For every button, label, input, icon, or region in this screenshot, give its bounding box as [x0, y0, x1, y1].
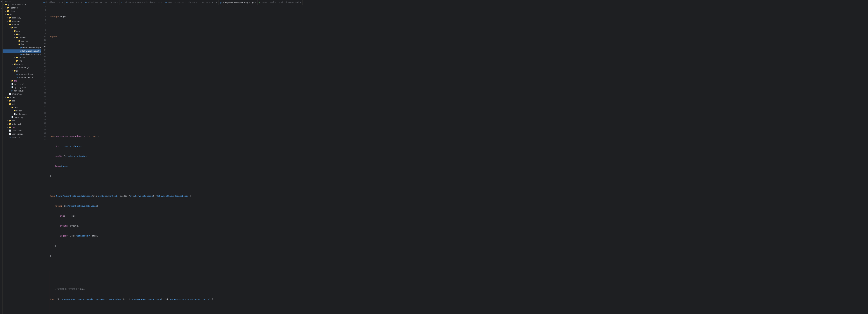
ln-5: 5 [41, 19, 46, 22]
code-line-7 [50, 75, 868, 78]
sidebar-item-order-tmp[interactable]: ▶ 📁 tmp [3, 126, 41, 129]
sidebar-item-tmp[interactable]: ▶ 📁 tmp [3, 79, 41, 83]
sidebar-item-identity[interactable]: ▶ 📁 identity [3, 16, 41, 20]
mqueue-go2-icon: go [11, 89, 13, 92]
tab-mqueue-proto[interactable]: p mqueue.proto ✕ [198, 0, 219, 5]
idea-label: .idea [9, 10, 41, 13]
svc-label: svc [19, 60, 41, 62]
order-order-folder-icon: 📁 [13, 109, 16, 112]
tab-thirdpayment-api-close[interactable]: ✕ [300, 1, 301, 3]
sidebar-item-mqueue-pb-go[interactable]: ▶ go mqueue.pb.go [3, 73, 41, 76]
code-line-18 [50, 184, 868, 188]
sidebar-item-order-internal[interactable]: ▶ 📁 internal [3, 122, 41, 126]
tab-updatetradestate[interactable]: go updateTradeStateLogic.go ✕ [164, 0, 198, 5]
sidebar-item-idea[interactable]: ▶ 📁 .idea [3, 9, 41, 13]
sidebar-item-readme[interactable]: ▶ 📄 README.md [3, 93, 41, 96]
sidebar-item-mqueue-proto[interactable]: ▶ p mqueue.proto [3, 76, 41, 79]
sidebar-item-ordergo[interactable]: ▶ go order.go [3, 136, 41, 139]
sidebar-item-order-airtoml[interactable]: ▶ 📄 .air.toml [3, 129, 41, 133]
idea-arrow: ▶ [5, 10, 7, 13]
sidebar-item-order-etc[interactable]: ▶ 📁 etc [3, 119, 41, 122]
cmd-folder-icon: 📁 [11, 26, 13, 29]
order-tmp-folder-icon: 📁 [9, 126, 11, 129]
sidebar-item-order-api-file[interactable]: ▶ 📄 order.api [3, 113, 41, 116]
tree-root[interactable]: ▼ 📁 go-zero-looklook [3, 3, 41, 6]
sidebar-item-internal[interactable]: ▼ 📁 internal [3, 36, 41, 39]
tmp-label: tmp [14, 80, 41, 83]
sidebar-item-logic[interactable]: ▼ 📁 logic [3, 43, 41, 46]
tab-payment-yaml[interactable]: y payment.yaml ✕ [257, 0, 278, 5]
sidebar-item-app[interactable]: ▼ 📁 app [3, 13, 41, 16]
order-cmd-label: cmd [12, 99, 41, 103]
sidebar-item-mqueue2[interactable]: ▼ 📁 mqueue [3, 63, 41, 66]
etc-label: etc [19, 33, 41, 36]
cmd-arrow: ▼ [9, 26, 11, 29]
pull-requests-icon[interactable]: ⇅ [1, 11, 2, 13]
sidebar-item-sendwx[interactable]: ▶ go sendWxMiniSubMessageLogic.go [3, 53, 41, 56]
sidebar-item-kqpaymen[interactable]: ▶ go kqPaymenStatusUpdateLogic.go [3, 50, 41, 53]
code-line-11 [50, 115, 868, 118]
message-label: message [12, 20, 41, 23]
sidebar-item-order-cmd[interactable]: ▶ 📁 cmd [3, 99, 41, 103]
code-line-19: func NewKqPaymenStatusUpdateLogic(ctx co… [50, 195, 868, 198]
identity-folder-icon: 📁 [9, 17, 11, 19]
code-line-1: package logic [50, 15, 868, 19]
mqueue-label: mqueue [12, 23, 41, 26]
tab-kqpaymen-icon: go [220, 2, 222, 4]
sidebar-item-github[interactable]: ▶ 📁 .github [3, 6, 41, 9]
tab-updatetradestate-close[interactable]: ✕ [196, 1, 197, 3]
mqueue-proto-arrow: ▶ [14, 76, 16, 79]
sidebar-item-cmd[interactable]: ▼ 📁 cmd [3, 26, 41, 30]
order-order-label: order [16, 109, 41, 112]
tab-mqueue-proto-close[interactable]: ✕ [216, 1, 217, 3]
etc-arrow: ▶ [13, 33, 16, 36]
sidebar-item-mqueue-go2[interactable]: ▶ go mqueue.go [3, 89, 41, 93]
sidebar-item-order-api-file2[interactable]: ▶ 📄 order.api [3, 116, 41, 119]
tab-ctxdata[interactable]: go ctxData.go ✕ [65, 0, 84, 5]
sidebar-item-mqueue-go[interactable]: ▶ go mqueue.go [3, 66, 41, 69]
tab-thirdpaymentwx-close[interactable]: ✕ [117, 1, 118, 3]
tab-detaillogic-close[interactable]: ✕ [62, 1, 63, 3]
sidebar-item-order-order[interactable]: ▶ 📁 order [3, 109, 41, 113]
tab-detaillogic[interactable]: go detailLogic.go ✕ [41, 0, 65, 5]
code-content[interactable]: package logic import ... type KqPaymenSt… [48, 5, 868, 314]
order-gitignore-icon: 📄 [9, 133, 11, 136]
sidebar-item-config[interactable]: ▶ 📁 config [3, 39, 41, 43]
sidebar-item-rpc[interactable]: ▼ 📁 rpc [3, 30, 41, 33]
sidebar-item-server[interactable]: ▶ 📁 server [3, 56, 41, 59]
sidebar-item-pb[interactable]: ▼ 📁 pb [3, 69, 41, 73]
sidebar-item-order-gitignore[interactable]: ▶ 📄 .gitignore [3, 133, 41, 136]
sidebar-item-svc[interactable]: ▶ 📁 svc [3, 59, 41, 63]
order-api-label: api [12, 103, 41, 106]
tab-payment-yaml-close[interactable]: ✕ [275, 1, 276, 3]
sidebar-item-message[interactable]: ▶ 📁 message [3, 20, 41, 23]
tab-kqpaymen-close[interactable]: ✕ [255, 2, 256, 4]
airtoml-icon: 📄 [11, 83, 13, 86]
project-icon[interactable]: ≡ [1, 1, 2, 3]
ln-33: 33 [41, 111, 46, 115]
order-internal-folder-icon: 📁 [9, 123, 11, 126]
sidebar-item-order[interactable]: ▼ 📁 order [3, 96, 41, 99]
sidebar-item-airtoml[interactable]: ▶ 📄 .air.toml [3, 83, 41, 86]
project-label: Project [4, 1, 11, 2]
tab-updatetradestate-icon: go [165, 2, 167, 3]
commit-icon[interactable]: ⎇ [0, 8, 2, 9]
sidebar-item-aqdefer[interactable]: ▶ go aqDeferHomestayOrderCloseLogic.go [3, 46, 41, 50]
ln-27: 27 [41, 91, 46, 95]
ln-22: 22 [41, 75, 46, 78]
tab-thirdpaymentwxcallback[interactable]: go thirdPaymentWxPayCallbackLogic.go ✕ [120, 0, 164, 5]
code-editor[interactable]: 1 2 3 4 5 6 7 8 9 10 11 12 13 14 15 16 1… [41, 5, 868, 314]
sidebar-item-etc[interactable]: ▶ 📁 etc [3, 33, 41, 36]
sidebar-item-mqueue[interactable]: ▼ 📁 mqueue [3, 23, 41, 26]
tab-ctxdata-close[interactable]: ✕ [81, 1, 82, 3]
app-arrow: ▼ [5, 13, 7, 16]
ln-29: 29 [41, 98, 46, 102]
sidebar-item-gitignore[interactable]: ▶ 📄 .gitignore [3, 86, 41, 89]
tab-thirdpayment-api[interactable]: a thirdPayment.api ✕ [278, 0, 303, 5]
sidebar-item-order-api[interactable]: ▼ 📁 api [3, 103, 41, 106]
order-etc-label: etc [12, 119, 41, 122]
sidebar-item-desc[interactable]: ▼ 📁 desc [3, 106, 41, 109]
tab-kqpaymen-active[interactable]: go kqPaymenStatusUpdateLogic.go ✕ [219, 0, 257, 5]
tab-thirdpaymentwxcallback-close[interactable]: ✕ [161, 1, 162, 3]
tab-thirdpaymentwx[interactable]: go thirdPaymentwxPayLogic.go ✕ [84, 0, 120, 5]
